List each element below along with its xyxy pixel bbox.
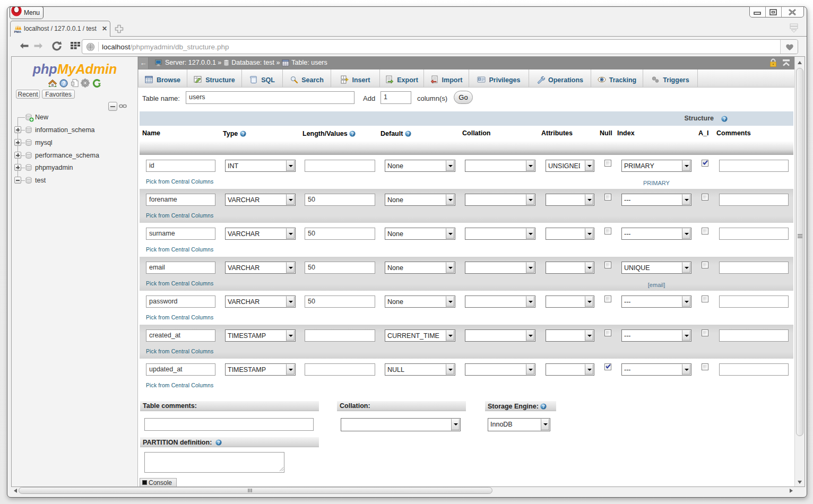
svg-text:PMA: PMA [14, 30, 22, 33]
svg-text:?: ? [218, 440, 220, 445]
svg-text:?: ? [406, 131, 409, 136]
svg-text:?: ? [542, 404, 545, 409]
svg-text:?: ? [351, 131, 354, 136]
svg-text:?: ? [723, 116, 725, 121]
svg-text:?: ? [241, 131, 244, 136]
svg-text:?: ? [62, 81, 65, 86]
